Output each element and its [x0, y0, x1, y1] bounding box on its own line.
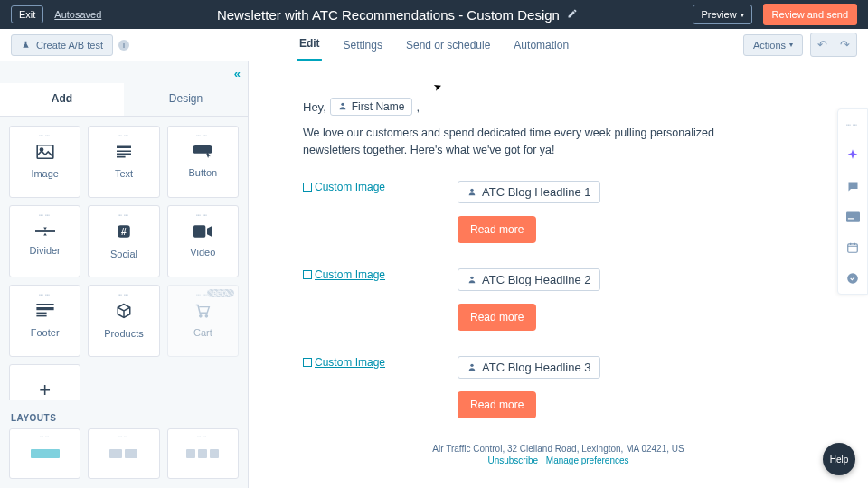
- custom-image-placeholder[interactable]: Custom Image: [303, 268, 385, 281]
- top-bar: Exit Autosaved Newsletter with ATC Recom…: [0, 0, 868, 29]
- svg-rect-3: [35, 230, 55, 232]
- custom-image-placeholder[interactable]: Custom Image: [303, 181, 385, 193]
- sidebar-tab-design[interactable]: Design: [124, 83, 248, 116]
- component-footer[interactable]: ┅┅ Footer: [9, 285, 80, 357]
- component-social[interactable]: ┅┅ # Social: [88, 205, 159, 277]
- person-icon: [338, 100, 347, 113]
- svg-rect-2: [193, 145, 212, 154]
- divider-icon: [35, 227, 55, 236]
- custom-image-link[interactable]: Custom Image: [315, 268, 385, 281]
- layout-2col[interactable]: ┅┅: [88, 428, 159, 479]
- tab-edit[interactable]: Edit: [297, 28, 322, 61]
- social-icon: #: [116, 223, 132, 239]
- actions-button[interactable]: Actions ▾: [743, 34, 803, 56]
- first-name-token[interactable]: First Name: [330, 98, 413, 116]
- svg-point-12: [206, 315, 208, 317]
- read-more-button[interactable]: Read more: [458, 216, 536, 243]
- read-more-button[interactable]: Read more: [458, 391, 536, 418]
- manage-preferences-link[interactable]: Manage preferences: [546, 455, 629, 465]
- layout-3col[interactable]: ┅┅: [167, 428, 239, 479]
- undo-redo-group: ↶ ↷: [810, 33, 857, 57]
- person-icon: [467, 275, 476, 284]
- collapse-sidebar-icon[interactable]: «: [234, 67, 241, 80]
- review-send-button[interactable]: Review and send: [763, 4, 857, 25]
- greet-suffix: ,: [416, 100, 420, 114]
- component-grid: ┅┅ Image ┅┅ Text ┅┅ Button ┅┅ Divider ┅┅: [0, 117, 248, 400]
- svg-point-16: [470, 364, 473, 367]
- exit-button[interactable]: Exit: [11, 5, 43, 23]
- main-tabs: Edit Settings Send or schedule Automatio…: [297, 29, 571, 61]
- svg-rect-7: [36, 304, 53, 305]
- pencil-icon[interactable]: [567, 8, 578, 22]
- component-label: Cart: [193, 327, 212, 338]
- drag-handle-icon: ┅┅: [118, 291, 130, 299]
- custom-image-placeholder[interactable]: Custom Image: [303, 356, 385, 369]
- component-more[interactable]: + More: [9, 364, 80, 400]
- component-divider[interactable]: ┅┅ Divider: [9, 205, 80, 277]
- chevron-down-icon: ▾: [789, 41, 793, 49]
- intro-paragraph[interactable]: We love our customers and spend dedicate…: [303, 125, 728, 159]
- undo-button[interactable]: ↶: [811, 33, 834, 56]
- calendar-icon[interactable]: [844, 239, 861, 256]
- read-more-button[interactable]: Read more: [458, 304, 536, 331]
- svg-point-15: [470, 277, 473, 279]
- drag-handle-icon: ┅┅: [39, 211, 52, 220]
- footer-address[interactable]: Air Traffic Control, 32 Clelland Road, L…: [303, 444, 814, 454]
- unsubscribe-link[interactable]: Unsubscribe: [487, 455, 538, 465]
- drag-handle-icon[interactable]: ┅┅: [844, 117, 861, 133]
- layout-1col[interactable]: ┅┅: [9, 428, 80, 479]
- autosaved-link[interactable]: Autosaved: [54, 9, 101, 20]
- drag-handle-icon: ┅┅: [118, 433, 129, 440]
- sidebar-tabs: Add Design: [0, 83, 248, 117]
- content-item[interactable]: Custom Image ATC Blog Headline 2 Read mo…: [303, 268, 814, 331]
- component-label: Text: [115, 168, 133, 179]
- svg-point-14: [470, 189, 473, 192]
- item-right: ATC Blog Headline 3 Read more: [458, 356, 600, 418]
- drag-handle-icon: ┅┅: [40, 433, 51, 440]
- email-canvas[interactable]: Hey, First Name , We love our customers …: [249, 61, 868, 488]
- beta-badge: BETA: [207, 289, 234, 297]
- headline-token[interactable]: ATC Blog Headline 1: [458, 181, 600, 203]
- content-item[interactable]: Custom Image ATC Blog Headline 3 Read mo…: [303, 356, 814, 418]
- custom-image-link[interactable]: Custom Image: [315, 356, 385, 369]
- component-text[interactable]: ┅┅ Text: [88, 126, 159, 198]
- headline-token[interactable]: ATC Blog Headline 2: [458, 268, 600, 291]
- card-icon[interactable]: [844, 209, 861, 225]
- drag-handle-icon: ┅┅: [39, 132, 52, 140]
- headline-token[interactable]: ATC Blog Headline 3: [458, 356, 600, 379]
- custom-image-link[interactable]: Custom Image: [315, 181, 385, 193]
- drag-handle-icon: ┅┅: [197, 433, 208, 440]
- chat-icon[interactable]: [844, 178, 861, 194]
- page-title: Newsletter with ATC Recommendations - Cu…: [217, 7, 560, 23]
- chevron-down-icon: ▾: [741, 11, 744, 19]
- main-area: « Add Design ┅┅ Image ┅┅ Text ┅┅ Button: [0, 61, 868, 488]
- info-icon[interactable]: i: [118, 40, 129, 51]
- preview-button[interactable]: Preview ▾: [693, 5, 751, 24]
- broken-image-icon: [303, 183, 312, 192]
- redo-button[interactable]: ↷: [834, 33, 856, 56]
- svg-point-13: [341, 103, 344, 106]
- sparkle-icon[interactable]: [844, 147, 861, 164]
- component-video[interactable]: ┅┅ Video: [167, 205, 239, 277]
- component-products[interactable]: ┅┅ Products: [88, 285, 159, 357]
- tab-send-schedule[interactable]: Send or schedule: [404, 30, 492, 61]
- create-ab-test-button[interactable]: Create A/B test: [11, 34, 113, 56]
- tab-settings[interactable]: Settings: [342, 30, 384, 61]
- svg-rect-9: [36, 313, 46, 314]
- content-item[interactable]: Custom Image ATC Blog Headline 1 Read mo…: [303, 181, 814, 243]
- video-icon: [193, 225, 212, 238]
- headline-text: ATC Blog Headline 3: [482, 361, 590, 374]
- greeting-line[interactable]: Hey, First Name ,: [303, 98, 814, 116]
- layout-grid: ┅┅ ┅┅ ┅┅: [0, 428, 248, 488]
- help-fab[interactable]: Help: [823, 443, 855, 475]
- layouts-heading: LAYOUTS: [0, 400, 248, 428]
- greet-prefix: Hey,: [303, 100, 326, 114]
- tab-automation[interactable]: Automation: [512, 30, 571, 61]
- check-circle-icon[interactable]: [844, 270, 861, 286]
- sidebar-tab-add[interactable]: Add: [0, 83, 124, 116]
- svg-rect-6: [193, 225, 205, 237]
- right-rail: ┅┅: [837, 108, 868, 295]
- text-icon: [115, 145, 133, 159]
- component-image[interactable]: ┅┅ Image: [9, 126, 80, 198]
- component-button[interactable]: ┅┅ Button: [167, 126, 239, 198]
